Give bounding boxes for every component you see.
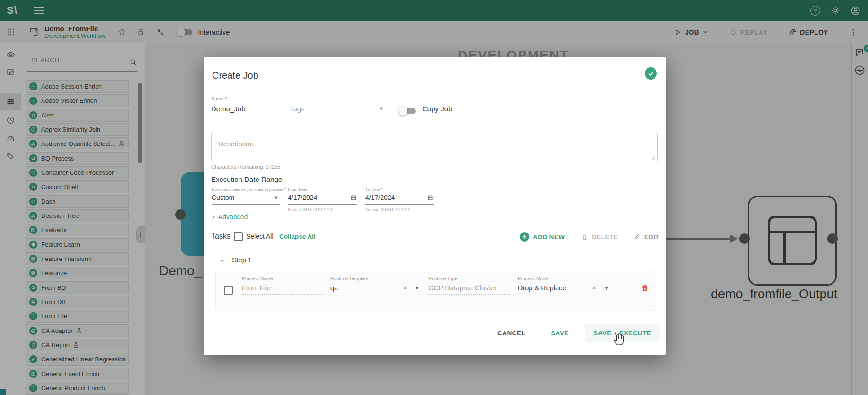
select-all-label[interactable]: Select All xyxy=(246,233,274,240)
cancel-button[interactable]: CANCEL xyxy=(491,325,532,341)
runtime-template-select[interactable]: qa xyxy=(330,284,338,292)
chevron-right-icon xyxy=(211,215,216,219)
process-range-dropdown-icon[interactable]: ▼ xyxy=(274,195,279,200)
clear-icon[interactable]: × xyxy=(403,284,407,292)
save-button[interactable]: SAVE xyxy=(544,325,576,341)
from-date-format: Format: MM/DD/YYYY xyxy=(288,207,333,212)
resize-handle-icon[interactable] xyxy=(651,155,656,160)
tags-input[interactable]: Tags xyxy=(290,105,305,113)
app-screen: S\ ? Demo_FromFile Development Workflow … xyxy=(0,0,868,395)
task-checkbox[interactable] xyxy=(224,286,233,295)
to-date-label: To Date * xyxy=(365,187,383,192)
to-date-input[interactable]: 4/17/2024 xyxy=(365,194,395,201)
chars-remaining: Characters Remaining: 0 /255 xyxy=(211,164,280,170)
from-date-input[interactable]: 4/17/2024 xyxy=(288,194,317,201)
add-new-button[interactable]: + ADD NEW xyxy=(520,232,565,242)
process-range-label: How much data do you want to process * xyxy=(212,187,286,192)
step-label[interactable]: Step 1 xyxy=(232,256,252,264)
from-date-label: From Date xyxy=(288,187,307,192)
process-mode-select[interactable]: Drop & Replace xyxy=(518,284,566,292)
delete-button[interactable]: DELETE xyxy=(581,233,618,241)
tags-dropdown-icon[interactable]: ▼ xyxy=(379,106,384,111)
plus-icon: + xyxy=(520,232,529,242)
dialog-footer: CANCEL SAVE SAVE + EXECUTE xyxy=(491,324,660,342)
calendar-icon[interactable] xyxy=(350,194,357,201)
section-exec-title: Execution Date Range xyxy=(211,175,282,183)
runtime-type-label: Runtime Type xyxy=(428,276,458,281)
to-date-format: Format: MM/DD/YYYY xyxy=(365,207,411,212)
runtime-type-value: GCP Dataproc Cluster xyxy=(428,284,496,292)
dropdown-icon[interactable]: ▼ xyxy=(604,285,609,291)
name-label: Name * xyxy=(211,96,227,101)
copy-job-label: Copy Job xyxy=(422,105,452,113)
name-input[interactable]: Demo_Job xyxy=(211,105,246,113)
create-job-dialog: Create Job Name * Demo_Job Tags ▼ Copy J… xyxy=(204,57,666,355)
task-card: Process Name From File Runtime Template … xyxy=(215,271,656,310)
process-name-label: Process Name xyxy=(242,276,273,281)
clear-icon[interactable]: × xyxy=(593,284,596,292)
hand-cursor-icon xyxy=(612,332,627,347)
process-mode-label: Process Mode xyxy=(518,276,548,281)
advanced-expander[interactable]: Advanced xyxy=(211,213,248,221)
description-input[interactable]: Description xyxy=(211,132,658,162)
process-range-select[interactable]: Custom xyxy=(212,194,234,201)
calendar-icon[interactable] xyxy=(427,194,434,201)
tasks-label: Tasks xyxy=(211,232,230,241)
valid-check-icon xyxy=(645,67,657,80)
delete-task-icon[interactable] xyxy=(640,284,649,292)
trash-icon xyxy=(581,233,588,241)
copy-job-toggle[interactable] xyxy=(400,108,416,114)
runtime-template-label: Runtime Template xyxy=(330,276,368,281)
edit-button[interactable]: EDIT xyxy=(633,233,659,241)
pencil-icon xyxy=(633,233,641,241)
select-all-checkbox[interactable] xyxy=(234,232,243,241)
task-actions: + ADD NEW DELETE EDIT xyxy=(520,232,659,242)
dialog-title: Create Job xyxy=(212,70,258,81)
process-name-value: From File xyxy=(242,284,271,292)
step-collapse-icon[interactable] xyxy=(219,258,225,264)
dropdown-icon[interactable]: ▼ xyxy=(415,285,420,291)
collapse-all-link[interactable]: Collapse All xyxy=(279,233,316,240)
